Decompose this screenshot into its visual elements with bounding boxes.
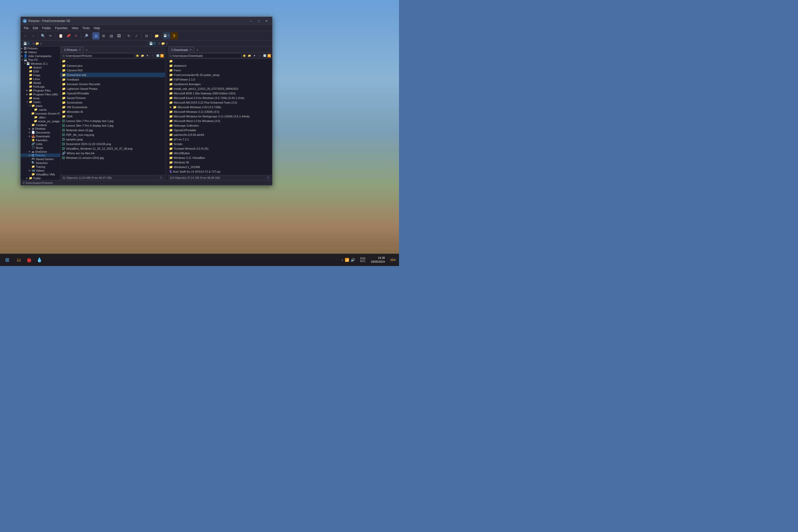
right-file-item-23[interactable]: 📁 Windows3.1_201906 [168, 165, 272, 169]
sidebar-item-8[interactable]: 📁 Linux [21, 77, 60, 81]
right-file-item-19[interactable]: 📁 Trumpet Winsock 3.0 (5.25) [168, 146, 272, 151]
right-filter-icon[interactable]: ▽ [266, 176, 270, 180]
right-go-btn[interactable]: → [257, 54, 262, 58]
right-sync-btn[interactable]: 🔄 [262, 54, 267, 58]
right-file-item-9[interactable]: 📁 Microsoft MS-DOS 6.22 Plus Enhanced To… [168, 100, 272, 105]
search-button[interactable]: 🔍 [39, 32, 46, 39]
right-file-item-24[interactable]: 🗜 Acer Swift Go 14 SFG14-72 & 72T.zip [168, 169, 272, 174]
clock-display[interactable]: 19:38 29/05/2024 [369, 256, 387, 264]
right-path-box[interactable]: C:\Users\joaoc\Downloads [169, 54, 242, 58]
left-file-item-13[interactable]: 🖼 Lenovo Slim 7 Pro X display test 1.jpg [60, 119, 165, 123]
right-file-item-6[interactable]: 📁 install_usb_win11_11013_20_07272023_08… [168, 87, 272, 91]
menu-edit[interactable]: Edit [31, 26, 40, 31]
sidebar-item-6[interactable]: 📁 ESD [21, 69, 60, 73]
left-file-item-12[interactable]: 📁 XDA [60, 114, 165, 119]
left-tab-pictures[interactable]: C:Pictures ✕ [61, 47, 84, 53]
right-file-item-10[interactable]: ★ 📁 Microsoft Windows 2.03 (3.5-720k) [168, 105, 272, 110]
back-button[interactable]: ← [22, 32, 29, 39]
right-tab-downloads[interactable]: C:Downloads ✕ [169, 47, 194, 53]
left-drive-indicator[interactable]: 💾 C [22, 41, 31, 46]
move-button[interactable]: 📌 [65, 32, 72, 39]
copy-button[interactable]: 📋 [57, 32, 64, 39]
right-tab-add[interactable]: + [195, 47, 200, 53]
forward-button[interactable]: → [30, 32, 37, 39]
sidebar-item-33[interactable]: 📁 VirtualBox VMs [21, 172, 60, 176]
menu-favorites[interactable]: Favorites [53, 26, 70, 31]
left-file-item-21[interactable]: 🖼 Windows-11-version-22H2.jpg [60, 155, 165, 160]
sidebar-item-21[interactable]: ▶ 🖥 Desktop [21, 127, 60, 130]
left-file-item-1[interactable]: 📁 Camera pics [60, 63, 165, 68]
left-file-item-0[interactable]: 📁 .. [60, 59, 165, 63]
delete-button[interactable]: ✕ [72, 32, 79, 39]
left-file-item-16[interactable]: 🖼 PDF_file_icon.svg.png [60, 132, 165, 137]
sidebar-item-28[interactable]: ▶ 🖼 Pictures [21, 153, 60, 157]
check-button[interactable]: ✓ [133, 32, 140, 39]
left-file-item-5[interactable]: 📁 Icecream Screen Recorder [60, 82, 165, 87]
sidebar-item-31[interactable]: 📁 Tracing [21, 165, 60, 169]
left-file-item-8[interactable]: 📁 Saved Pictures [60, 96, 165, 100]
sidebar-item-15[interactable]: ▼ 📁 joaoc [21, 104, 60, 108]
right-filter-btn[interactable]: 🔽 [267, 54, 271, 58]
sidebar-item-17[interactable]: 📁 Icecream Screen R [21, 112, 60, 115]
menu-help[interactable]: Help [92, 26, 102, 31]
left-sync-btn[interactable]: 🔄 [155, 54, 160, 58]
left-bookmark-btn[interactable]: ⭐ [135, 54, 140, 58]
left-file-item-9[interactable]: 📁 Screenshots [60, 100, 165, 105]
left-file-item-14[interactable]: 🖼 Lenovo Slim 7 Pro X display test 2.jpg [60, 123, 165, 128]
left-filter-btn[interactable]: 🔽 [160, 54, 164, 58]
right-file-item-16[interactable]: 📁 patcherr9x-0.8.50-win64 [168, 132, 272, 137]
left-file-item-15[interactable]: 🖼 Nintendo store-12.jpg [60, 128, 165, 132]
tray-wifi[interactable]: 📶 [345, 258, 349, 262]
left-tab-add[interactable]: + [84, 47, 89, 53]
left-file-item-11[interactable]: 📁 Winxvideo AI [60, 110, 165, 114]
left-filter-icon[interactable]: ▽ [159, 176, 163, 180]
sidebar-item-13[interactable]: 📁 temp [21, 96, 60, 100]
sidebar-item-24[interactable]: ⭐ Favorites [21, 138, 60, 142]
left-file-item-6[interactable]: 📁 Lightroom Saved Photos [60, 87, 165, 91]
sidebar-item-2[interactable]: ▶ 👤 João Carrasqueira [21, 54, 60, 58]
taskbar-opera-icon[interactable]: ⬤ [24, 255, 34, 264]
right-file-item-5[interactable]: 📁 Geekbench Averages [168, 82, 272, 87]
sidebar-item-34[interactable]: ▶ 📁 Public [21, 176, 60, 180]
sidebar-item-4[interactable]: ▼ 💾 Windows (C:) [21, 62, 60, 65]
sidebar-item-14[interactable]: ▼ 📁 Users [21, 100, 60, 104]
left-go-btn[interactable]: → [150, 54, 155, 58]
right-file-item-8[interactable]: 📁 Microsoft Excel 2.0 for Windows (3.5-7… [168, 96, 272, 100]
sidebar-item-16[interactable]: 📁 .cache [21, 108, 60, 112]
left-file-item-10[interactable]: 📁 VM Screenshots [60, 105, 165, 110]
right-file-item-21[interactable]: 📁 Windows 3.11 VirtualBox [168, 155, 272, 160]
tray-volume[interactable]: 🔊 [351, 258, 355, 262]
right-file-item-13[interactable]: 📁 Microsoft Word 1.0 for Windows (3.5) [168, 119, 272, 123]
left-file-item-7[interactable]: 📁 OperaGXPortable [60, 91, 165, 96]
right-file-item-2[interactable]: 📁 Feem [168, 68, 272, 73]
right-file-item-12[interactable]: 📁 Microsoft Windows for Workgroups 3.11 … [168, 114, 272, 119]
right-file-item-20[interactable]: 📁 Win10Button [168, 151, 272, 155]
right-file-item-4[interactable]: 📁 FSPViewer-2.1.0 [168, 77, 272, 82]
right-file-item-7[interactable]: 📁 Microsoft BOB 1.00a Gateway 2000 Editi… [168, 91, 272, 96]
menu-folder[interactable]: Folder [40, 26, 53, 31]
view-slideshow-button[interactable]: 🖼 [115, 32, 122, 39]
left-file-item-3[interactable]: 📁 Conversion test [60, 73, 165, 77]
view-list-button[interactable]: ▤ [108, 32, 115, 39]
sidebar-item-32[interactable]: ▶ 📹 Videos [21, 169, 60, 172]
drive-c-button[interactable]: 💾 C [163, 32, 170, 39]
sidebar-item-1[interactable]: ▶ 📹 Videos [21, 50, 60, 54]
minimize-button[interactable]: ─ [248, 18, 255, 24]
start-button[interactable]: ⊞ [2, 255, 12, 265]
view-medium-button[interactable]: ⊞ [100, 32, 107, 39]
right-file-item-14[interactable]: 📁 Netscape Collection [168, 123, 272, 128]
edit-button[interactable]: ✏ [47, 32, 54, 39]
taskbar-lang[interactable]: ENG INTL [360, 257, 366, 263]
refresh-button[interactable]: ↻ [125, 32, 132, 39]
taskbar-extra-icon[interactable]: 💧 [35, 255, 44, 264]
right-tab-close[interactable]: ✕ [190, 48, 192, 51]
new-folder-button[interactable]: 📁 [153, 32, 160, 39]
right-bookmark-btn[interactable]: ⭐ [242, 54, 247, 58]
left-file-item-17[interactable]: 🖼 sample1.jpeg [60, 137, 165, 142]
left-file-item-2[interactable]: 📁 Camera Roll [60, 68, 165, 73]
sidebar-item-11[interactable]: ▶ 📁 Program Files [21, 89, 60, 92]
sidebar-item-22[interactable]: ▶ 📄 Documents [21, 130, 60, 134]
sidebar-item-5[interactable]: 📁 Action! [21, 65, 60, 69]
right-file-item-3[interactable]: 📁 FreeCommanderXE-32-public_setup [168, 73, 272, 77]
find-button[interactable]: 🔎 [82, 32, 90, 39]
